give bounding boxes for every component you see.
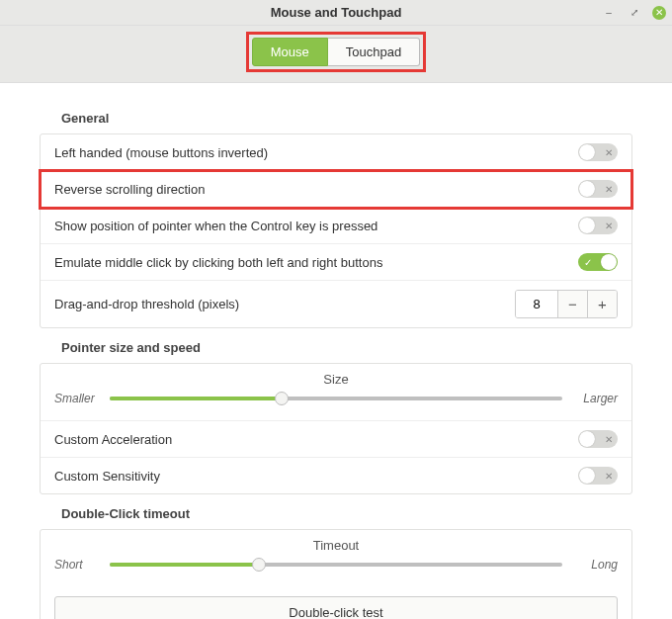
section-pointer-title: Pointer size and speed — [61, 340, 632, 355]
step-down-button[interactable]: − — [557, 291, 587, 317]
x-icon: ✕ — [605, 434, 613, 445]
emulate-middle-toggle[interactable]: ✓ — [578, 253, 618, 271]
x-icon: ✕ — [605, 471, 613, 482]
x-icon: ✕ — [605, 184, 613, 195]
panel-general: Left handed (mouse buttons inverted) ✕ R… — [40, 133, 632, 328]
row-drag-threshold: Drag-and-drop threshold (pixels) − + — [41, 281, 631, 327]
reverse-scroll-toggle[interactable]: ✕ — [578, 180, 618, 198]
row-timeout: Timeout Short Long — [41, 530, 631, 586]
size-max-label: Larger — [570, 392, 618, 405]
custom-sens-label: Custom Sensitivity — [54, 469, 160, 484]
size-min-label: Smaller — [54, 392, 102, 405]
size-caption: Size — [54, 372, 618, 387]
emulate-middle-label: Emulate middle click by clicking both le… — [54, 255, 382, 270]
window-controls: – ⤢ ✕ — [601, 0, 666, 25]
drag-threshold-stepper[interactable]: − + — [515, 290, 618, 318]
section-dblclick-title: Double-Click timeout — [61, 506, 632, 521]
row-custom-accel: Custom Acceleration ✕ — [41, 421, 631, 458]
row-reverse-scroll: Reverse scrolling direction ✕ — [41, 171, 631, 208]
x-icon: ✕ — [605, 147, 613, 158]
drag-threshold-input[interactable] — [516, 291, 557, 317]
timeout-max-label: Long — [570, 558, 618, 572]
row-pointer-size: Size Smaller Larger — [41, 364, 631, 421]
dblclick-test-button[interactable]: Double-click test — [54, 596, 618, 619]
close-button[interactable]: ✕ — [652, 6, 666, 20]
minimize-button[interactable]: – — [601, 5, 617, 21]
maximize-button[interactable]: ⤢ — [627, 5, 642, 21]
close-icon: ✕ — [655, 7, 663, 18]
custom-sens-toggle[interactable]: ✕ — [578, 467, 618, 485]
x-icon: ✕ — [605, 221, 613, 231]
highlight-tabs: Mouse Touchpad — [246, 32, 426, 72]
show-pointer-label: Show position of pointer when the Contro… — [54, 219, 378, 233]
step-up-button[interactable]: + — [587, 291, 617, 317]
row-left-handed: Left handed (mouse buttons inverted) ✕ — [41, 134, 631, 171]
section-general-title: General — [61, 111, 632, 126]
tab-mouse[interactable]: Mouse — [252, 38, 328, 66]
row-custom-sens: Custom Sensitivity ✕ — [41, 458, 631, 493]
custom-accel-toggle[interactable]: ✕ — [578, 430, 618, 448]
left-handed-label: Left handed (mouse buttons inverted) — [54, 145, 268, 160]
custom-accel-label: Custom Acceleration — [54, 432, 172, 447]
check-icon: ✓ — [584, 257, 592, 268]
row-show-pointer: Show position of pointer when the Contro… — [41, 208, 631, 244]
panel-dblclick: Timeout Short Long Double-click test — [40, 529, 632, 619]
left-handed-toggle[interactable]: ✕ — [578, 143, 618, 161]
reverse-scroll-label: Reverse scrolling direction — [54, 182, 205, 197]
timeout-caption: Timeout — [54, 538, 618, 553]
tab-bar: Mouse Touchpad — [0, 26, 672, 83]
panel-pointer: Size Smaller Larger Custom Acceleration … — [40, 363, 632, 494]
row-emulate-middle: Emulate middle click by clicking both le… — [41, 244, 631, 281]
drag-threshold-label: Drag-and-drop threshold (pixels) — [54, 297, 239, 311]
window-title: Mouse and Touchpad — [271, 5, 402, 20]
tab-touchpad[interactable]: Touchpad — [328, 38, 420, 66]
show-pointer-toggle[interactable]: ✕ — [578, 217, 618, 234]
timeout-slider[interactable] — [110, 557, 562, 573]
titlebar: Mouse and Touchpad – ⤢ ✕ — [0, 0, 672, 26]
size-slider[interactable] — [110, 391, 562, 406]
timeout-min-label: Short — [54, 558, 102, 572]
